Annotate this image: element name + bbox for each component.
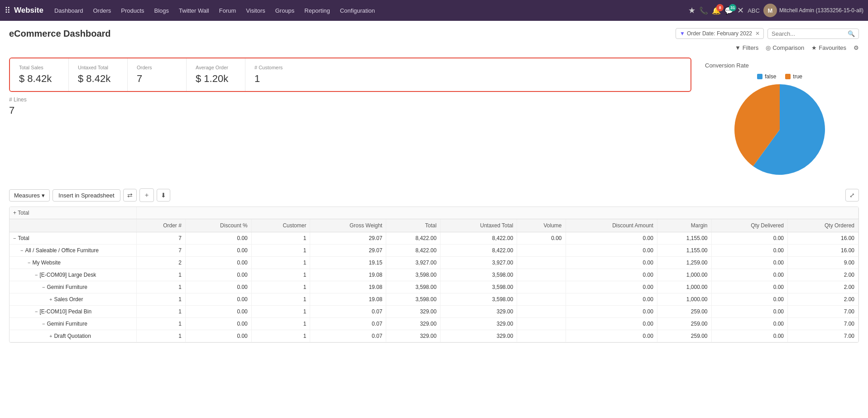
cell-margin: 259.00 (657, 330, 711, 342)
cell-qty-delivered: 0.00 (711, 269, 787, 281)
row-expand-icon[interactable]: − (35, 272, 38, 278)
cell-volume (517, 245, 566, 257)
col-order-num: Order # (136, 219, 185, 232)
kpi-avg-label: Average Order (196, 65, 236, 70)
pivot-table-body: − Total 70.00129.078,422.008,422.000.000… (10, 232, 858, 342)
table-row: − Gemini Furniture 10.00119.083,598.003,… (10, 281, 858, 293)
row-expand-icon[interactable]: + (49, 297, 52, 302)
search-input[interactable] (772, 30, 848, 37)
comparison-button[interactable]: ◎ Comparison (766, 44, 804, 51)
nav-forum[interactable]: Forum (215, 5, 241, 17)
add-button[interactable]: ＋ (139, 188, 154, 202)
cell-volume (517, 293, 566, 306)
row-expand-icon[interactable]: − (28, 260, 30, 265)
kpi-orders-label: Orders (137, 65, 177, 70)
pivot-table: + Total Order # Discount % Customer Gros… (10, 207, 858, 342)
filter-tag-close-icon[interactable]: ✕ (755, 30, 760, 37)
row-expand-icon[interactable]: − (20, 248, 23, 253)
phone-icon[interactable]: 📞 (699, 6, 708, 15)
user-menu[interactable]: M Mitchell Admin (13353256-15-0-all) (763, 4, 863, 17)
row-expand-icon[interactable]: − (35, 309, 38, 314)
total-col-label[interactable]: + Total (13, 210, 29, 216)
cell-qty-delivered: 0.00 (711, 245, 787, 257)
cell-untaxed-total: 3,598.00 (441, 281, 517, 293)
avatar: M (763, 4, 777, 17)
pie-chart-container: Conversion Rate false true (700, 58, 859, 179)
favourites-button[interactable]: ★ Favourites (811, 44, 846, 51)
cell-discount-amount: 0.00 (566, 257, 657, 269)
close-icon[interactable]: ✕ (737, 5, 744, 15)
table-row: − All / Saleable / Office Furniture 70.0… (10, 245, 858, 257)
date-filter-tag[interactable]: ▼ Order Date: February 2022 ✕ (676, 28, 764, 39)
nav-dashboard[interactable]: Dashboard (50, 5, 88, 17)
cell-margin: 1,000.00 (657, 269, 711, 281)
cell-discount-pct: 0.00 (185, 293, 251, 306)
nav-blogs[interactable]: Blogs (150, 5, 174, 17)
cell-total: 329.00 (386, 318, 441, 330)
cell-total: 8,422.00 (386, 232, 441, 245)
row-label-text: [E-COM10] Pedal Bin (39, 308, 91, 315)
filters-button[interactable]: ▼ Filters (735, 44, 758, 51)
star-icon[interactable]: ★ (688, 5, 695, 15)
cell-discount-pct: 0.00 (185, 257, 251, 269)
user-name: Mitchell Admin (13353256-15-0-all) (779, 7, 863, 14)
cell-volume (517, 281, 566, 293)
notification-bell-icon[interactable]: 🔔8 (712, 6, 721, 15)
download-button[interactable]: ⬇ (157, 189, 170, 202)
cell-untaxed-total: 3,927.00 (441, 257, 517, 269)
cell-customer: 1 (251, 257, 310, 269)
row-expand-icon[interactable]: − (13, 235, 16, 241)
cell-volume (517, 318, 566, 330)
insert-spreadsheet-button[interactable]: Insert in Spreadsheet (53, 189, 120, 202)
row-expand-icon[interactable]: − (42, 321, 45, 327)
nav-orders[interactable]: Orders (88, 5, 115, 17)
legend-true: true (785, 73, 802, 80)
cell-customer: 1 (251, 245, 310, 257)
grid-icon[interactable]: ⠿ (5, 5, 10, 15)
settings-columns-button[interactable]: ⇄ (123, 189, 137, 202)
cell-discount-pct: 0.00 (185, 232, 251, 245)
cell-qty-ordered: 2.00 (788, 269, 858, 281)
fullscreen-button[interactable]: ⤢ (845, 189, 859, 202)
col-discount-pct: Discount % (185, 219, 251, 232)
col-discount-amount: Discount Amount (566, 219, 657, 232)
nav-configuration[interactable]: Configuration (336, 5, 379, 17)
row-label-text: Draft Quotation (54, 333, 91, 339)
search-icon[interactable]: 🔍 (848, 30, 855, 37)
spreadsheet-label: Insert in Spreadsheet (58, 192, 115, 199)
row-expand-icon[interactable]: − (42, 284, 45, 290)
settings-icon[interactable]: ⚙ (854, 44, 859, 51)
measures-label: Measures (14, 192, 40, 199)
cell-discount-amount: 0.00 (566, 245, 657, 257)
chat-icon[interactable]: 💬31 (724, 6, 734, 15)
col-span-total-header: + Total (10, 207, 136, 219)
cell-margin: 1,000.00 (657, 281, 711, 293)
cell-total: 329.00 (386, 306, 441, 318)
nav-products[interactable]: Products (116, 5, 149, 17)
search-box[interactable]: 🔍 (767, 29, 859, 39)
measures-button[interactable]: Measures ▾ (9, 189, 50, 202)
row-label-cell: − My Website (10, 257, 136, 269)
cell-qty-ordered: 7.00 (788, 330, 858, 342)
cell-gross-weight: 0.07 (310, 330, 386, 342)
cell-customer: 1 (251, 281, 310, 293)
cell-order-num: 1 (136, 330, 185, 342)
lines-label: # Lines (9, 96, 691, 103)
row-expand-icon[interactable]: + (49, 333, 52, 339)
cell-qty-ordered: 7.00 (788, 318, 858, 330)
row-label-text: Gemini Furniture (47, 284, 87, 290)
nav-visitors[interactable]: Visitors (241, 5, 269, 17)
cell-gross-weight: 29.07 (310, 245, 386, 257)
kpi-left-col: Total Sales $ 8.42k Untaxed Total $ 8.42… (9, 58, 691, 179)
col-margin: Margin (657, 219, 711, 232)
filter-icon: ▼ (735, 44, 741, 51)
cell-total: 3,598.00 (386, 293, 441, 306)
cell-customer: 1 (251, 318, 310, 330)
nav-twitter-wall[interactable]: Twitter Wall (174, 5, 214, 17)
table-row: − Total 70.00129.078,422.008,422.000.000… (10, 232, 858, 245)
nav-groups[interactable]: Groups (271, 5, 299, 17)
cell-total: 8,422.00 (386, 245, 441, 257)
page-header: eCommerce Dashboard ▼ Order Date: Februa… (9, 28, 859, 39)
nav-reporting[interactable]: Reporting (300, 5, 334, 17)
cell-qty-delivered: 0.00 (711, 330, 787, 342)
